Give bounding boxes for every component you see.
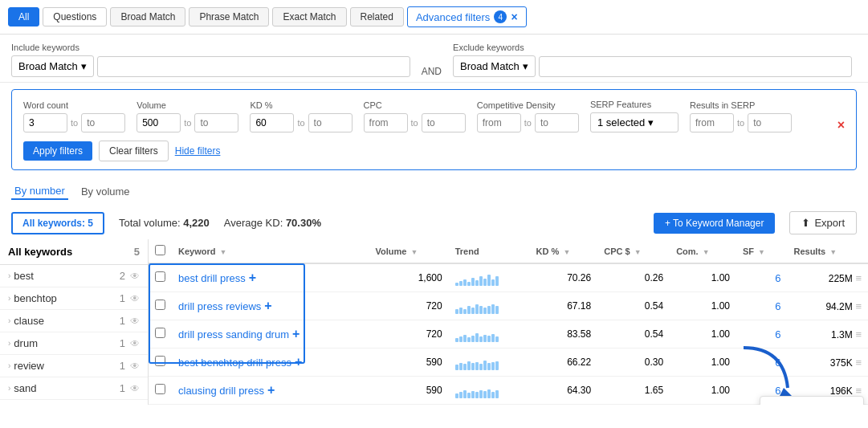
row-checkbox[interactable] <box>155 300 165 310</box>
results-icon[interactable]: ≡ <box>853 272 862 284</box>
sidebar-item-sand[interactable]: › sand 1 👁 <box>0 377 148 400</box>
all-keywords-button[interactable]: All keywords: 5 <box>11 212 104 234</box>
select-all-checkbox[interactable] <box>155 245 165 255</box>
tab-phrase-match[interactable]: Phrase Match <box>189 7 269 26</box>
row-checkbox[interactable] <box>155 356 165 366</box>
results-icon[interactable]: ≡ <box>853 300 862 312</box>
keyword-filter-icon[interactable]: ▼ <box>220 248 227 256</box>
word-count-filter: Word count to <box>23 100 125 132</box>
serp-features-select[interactable]: 1 selected ▾ <box>590 112 679 132</box>
exclude-keywords-group: Exclude keywords Broad Match ▾ <box>453 43 852 77</box>
clear-filters-button[interactable]: Clear filters <box>99 141 169 161</box>
sf-link[interactable]: 6 <box>775 328 780 340</box>
kd-to[interactable] <box>308 113 352 132</box>
advanced-filters-badge: 4 <box>494 10 507 23</box>
close-advanced-icon[interactable]: × <box>511 10 517 23</box>
sf-link[interactable]: 6 <box>775 272 780 284</box>
cell-keyword: best benchtop drill press+ <box>172 349 369 377</box>
cell-keyword: drill press sanding drum+ <box>172 320 369 349</box>
row-checkbox[interactable] <box>155 271 165 282</box>
sidebar-chevron-best: › <box>8 271 10 280</box>
sf-filter-icon[interactable]: ▼ <box>758 248 765 256</box>
results-serp-from[interactable] <box>690 113 734 132</box>
include-keywords-group: Include keywords Broad Match ▾ <box>11 43 410 77</box>
sidebar-item-review[interactable]: › review 1 👁 <box>0 355 148 377</box>
tab-advanced-filters[interactable]: Advanced filters 4 × <box>407 6 527 27</box>
sort-by-volume[interactable]: By volume <box>78 184 133 199</box>
comp-density-to[interactable] <box>535 113 579 132</box>
volume-from[interactable] <box>137 113 181 132</box>
th-kd: KD % ▼ <box>530 239 598 263</box>
tab-exact-match[interactable]: Exact Match <box>272 7 346 26</box>
com-filter-icon[interactable]: ▼ <box>703 248 710 256</box>
serp-features-value: 1 selected <box>597 116 645 128</box>
kd-filter-icon[interactable]: ▼ <box>563 248 570 256</box>
cell-cpc: 0.26 <box>597 263 670 292</box>
cell-results: 375K ≡ <box>787 349 868 377</box>
comp-density-label: Competitive Density <box>477 100 579 110</box>
cpc-filter-icon[interactable]: ▼ <box>634 248 642 256</box>
keyword-link[interactable]: best drill press <box>178 272 246 284</box>
keyword-link[interactable]: drill press reviews <box>178 300 261 312</box>
close-filter-icon[interactable]: × <box>837 118 845 132</box>
results-filter-icon[interactable]: ▼ <box>829 248 837 256</box>
th-com: Com. ▼ <box>670 239 736 263</box>
serp-features-label: SERP Features <box>590 100 679 109</box>
keyword-manager-button[interactable]: + To Keyword Manager <box>654 213 776 234</box>
hide-filters-button[interactable]: Hide filters <box>175 145 221 157</box>
exclude-match-select[interactable]: Broad Match ▾ <box>453 55 536 77</box>
cpc-from[interactable] <box>364 113 408 132</box>
eye-icon-benchtop[interactable]: 👁 <box>130 293 140 304</box>
sidebar-item-drum[interactable]: › drum 1 👁 <box>0 332 148 355</box>
sidebar-item-best[interactable]: › best 2 👁 <box>0 265 148 287</box>
cpc-to[interactable] <box>422 113 466 132</box>
tab-questions[interactable]: Questions <box>43 7 107 26</box>
volume-range: to <box>137 113 238 132</box>
add-keyword-button[interactable]: + <box>264 299 271 312</box>
sf-link[interactable]: 6 <box>775 357 780 369</box>
export-button[interactable]: ⬆ Export <box>789 211 857 234</box>
row-checkbox[interactable] <box>155 384 165 394</box>
eye-icon-sand[interactable]: 👁 <box>130 383 140 394</box>
results-icon[interactable]: ≡ <box>853 357 862 369</box>
tab-related[interactable]: Related <box>350 7 404 26</box>
volume-to[interactable] <box>194 113 238 132</box>
keyword-link[interactable]: drill press sanding drum <box>178 328 289 340</box>
tab-broad-match[interactable]: Broad Match <box>110 7 185 26</box>
apply-filters-button[interactable]: Apply filters <box>23 141 92 161</box>
sidebar-name-review: review <box>14 360 119 372</box>
sidebar-item-benchtop[interactable]: › benchtop 1 👁 <box>0 287 148 310</box>
include-match-select[interactable]: Broad Match ▾ <box>11 55 94 77</box>
add-keyword-button[interactable]: + <box>249 271 256 284</box>
add-keyword-button[interactable]: + <box>267 383 275 397</box>
eye-icon-clause[interactable]: 👁 <box>130 316 140 327</box>
volume-filter-icon[interactable]: ▼ <box>410 248 418 256</box>
results-icon[interactable]: ≡ <box>853 385 862 397</box>
comp-density-from[interactable] <box>477 113 521 132</box>
results-icon[interactable]: ≡ <box>853 328 862 340</box>
sort-by-number[interactable]: By number <box>11 183 68 200</box>
total-volume-label: Total volume: 4,220 <box>119 217 210 229</box>
keyword-link[interactable]: clausing drill press <box>178 385 264 397</box>
results-serp-to[interactable] <box>748 113 792 132</box>
sf-link[interactable]: 6 <box>775 385 780 397</box>
sf-link[interactable]: 6 <box>775 300 780 312</box>
kd-from[interactable] <box>250 113 294 132</box>
keywords-row: Include keywords Broad Match ▾ AND Exclu… <box>0 35 868 83</box>
eye-icon-best[interactable]: 👁 <box>130 271 140 282</box>
add-keyword-button[interactable]: + <box>292 327 300 340</box>
tab-all[interactable]: All <box>8 7 39 26</box>
eye-icon-review[interactable]: 👁 <box>130 361 140 372</box>
sidebar-item-clause[interactable]: › clause 1 👁 <box>0 310 148 332</box>
word-count-to[interactable] <box>81 113 125 132</box>
include-keywords-input[interactable] <box>97 56 410 77</box>
keyword-link[interactable]: best benchtop drill press <box>178 357 291 369</box>
eye-icon-drum[interactable]: 👁 <box>130 338 140 349</box>
row-checkbox[interactable] <box>155 328 165 338</box>
sidebar-num-drum: 1 <box>120 337 125 349</box>
exclude-keywords-input[interactable] <box>539 56 852 77</box>
word-count-from[interactable] <box>23 113 67 132</box>
cell-kd: 67.18 <box>530 292 598 320</box>
add-keyword-button[interactable]: + <box>295 355 302 369</box>
exclude-match-chevron: ▾ <box>523 60 528 72</box>
